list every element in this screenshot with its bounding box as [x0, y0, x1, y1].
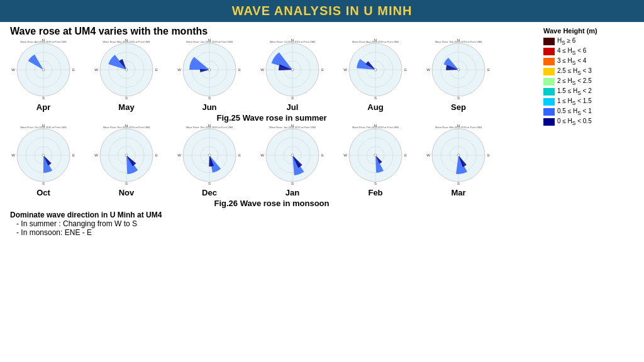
- svg-text:E: E: [321, 68, 324, 72]
- chart-label-may: May: [118, 102, 134, 112]
- chart-feb: NSEWWave Rose: Feb-2014-2016 at Point UM…: [335, 124, 416, 197]
- chart-sep: NSEWWave Rose: Sep-2014-2016 at Point UM…: [418, 38, 499, 112]
- svg-text:W: W: [343, 153, 347, 157]
- svg-text:W: W: [260, 153, 264, 157]
- header: WAVE ANALYSIS IN U MINH: [0, 0, 644, 22]
- chart-label-aug: Aug: [367, 102, 383, 112]
- svg-point-71: [457, 69, 460, 71]
- svg-text:Wave Rose: Feb-2014-2016 at Po: Wave Rose: Feb-2014-2016 at Point UM4: [352, 126, 399, 129]
- fig26-caption: Fig.26 Wave rose in monsoon: [3, 199, 541, 208]
- legend-color-4: [543, 78, 555, 85]
- svg-text:S: S: [374, 96, 377, 100]
- svg-point-83: [42, 154, 45, 156]
- fig25-caption: Fig.25 Wave rose in summer: [3, 113, 541, 123]
- bottom-line1: - In summer : Changing from W to S: [16, 219, 533, 228]
- svg-text:S: S: [208, 96, 211, 100]
- svg-text:S: S: [457, 182, 460, 185]
- svg-text:S: S: [125, 182, 128, 185]
- legend-label-2: 3 ≤ HS < 4: [557, 57, 586, 66]
- chart-label-jan: Jan: [286, 188, 299, 197]
- legend-item-7: 0.5 ≤ HS < 1: [543, 107, 639, 116]
- svg-text:Wave Rose: Sep-2014-2016 at Po: Wave Rose: Sep-2014-2016 at Point UM4: [435, 40, 482, 43]
- legend-item-4: 2 ≤ HS < 2.5: [543, 77, 639, 86]
- svg-text:S: S: [42, 96, 45, 100]
- svg-text:W: W: [343, 68, 347, 72]
- svg-text:S: S: [291, 182, 294, 185]
- chart-label-nov: Nov: [119, 188, 135, 197]
- svg-text:Wave Rose: Aug-2014-2016 at Po: Wave Rose: Aug-2014-2016 at Point UM4: [352, 40, 399, 43]
- chart-label-jul: Jul: [287, 102, 299, 112]
- svg-text:Wave Rose: Apr-2014-2016 at Po: Wave Rose: Apr-2014-2016 at Point UM4: [20, 40, 67, 43]
- svg-text:W: W: [260, 68, 264, 72]
- svg-text:E: E: [238, 153, 241, 157]
- svg-point-35: [208, 69, 211, 71]
- legend-item-6: 1 ≤ HS < 1.5: [543, 97, 639, 106]
- svg-text:S: S: [125, 96, 128, 100]
- svg-text:W: W: [426, 153, 430, 157]
- legend-item-0: HS ≥ 6: [543, 37, 639, 46]
- svg-text:Wave Rose: Jun-2014-2016 at Po: Wave Rose: Jun-2014-2016 at Point UM4: [186, 40, 233, 43]
- chart-dec: NSEWWave Rose: Dec-2014-2016 at Point UM…: [169, 124, 250, 197]
- svg-text:Wave Rose: Oct-2014-2016 at Po: Wave Rose: Oct-2014-2016 at Point UM4: [20, 126, 67, 129]
- legend-item-3: 2.5 ≤ HS < 3: [543, 67, 639, 76]
- svg-text:S: S: [374, 182, 377, 185]
- chart-label-apr: Apr: [36, 102, 50, 112]
- chart-aug: NSEWWave Rose: Aug-2014-2016 at Point UM…: [335, 38, 416, 112]
- svg-text:Wave Rose: Jul-2014-2016 at Po: Wave Rose: Jul-2014-2016 at Point UM4: [270, 40, 316, 43]
- svg-text:Wave Rose: May-2014-2016 at Po: Wave Rose: May-2014-2016 at Point UM4: [103, 40, 151, 43]
- svg-text:S: S: [208, 182, 211, 185]
- svg-point-95: [125, 154, 128, 156]
- legend-label-8: 0 ≤ HS < 0.5: [557, 118, 592, 126]
- chart-label-oct: Oct: [36, 188, 50, 197]
- legend-label-7: 0.5 ≤ HS < 1: [557, 107, 592, 116]
- svg-text:S: S: [42, 182, 45, 185]
- legend-color-6: [543, 98, 555, 106]
- legend-color-3: [543, 68, 555, 75]
- svg-point-11: [42, 69, 45, 71]
- svg-text:Wave Rose: Nov-2014-2016 at Po: Wave Rose: Nov-2014-2016 at Point UM4: [103, 126, 150, 129]
- svg-text:W: W: [94, 68, 98, 72]
- legend-label-5: 1.5 ≤ HS < 2: [557, 87, 592, 96]
- subtitle: Wave rose at UM4 varies with the months: [10, 26, 541, 37]
- bottom-title: Dominate wave direction in U Minh at UM4: [10, 211, 533, 219]
- svg-text:E: E: [321, 153, 324, 157]
- legend-label-0: HS ≥ 6: [557, 37, 575, 46]
- svg-text:W: W: [11, 68, 15, 72]
- svg-text:Wave Rose: Mar-2014-2016 at Po: Wave Rose: Mar-2014-2016 at Point UM4: [435, 126, 482, 129]
- legend-color-8: [543, 118, 555, 126]
- svg-text:E: E: [72, 68, 75, 72]
- svg-point-119: [291, 154, 294, 156]
- svg-text:W: W: [94, 153, 98, 157]
- svg-text:S: S: [457, 96, 460, 100]
- svg-text:W: W: [177, 68, 181, 72]
- legend-item-5: 1.5 ≤ HS < 2: [543, 87, 639, 96]
- legend-color-1: [543, 48, 555, 55]
- svg-text:E: E: [404, 153, 407, 157]
- header-title: WAVE ANALYSIS IN U MINH: [232, 4, 413, 18]
- chart-oct: NSEWWave Rose: Oct-2014-2016 at Point UM…: [3, 124, 84, 197]
- legend-label-3: 2.5 ≤ HS < 3: [557, 67, 592, 76]
- legend-color-7: [543, 108, 555, 116]
- svg-text:E: E: [487, 153, 490, 157]
- svg-point-47: [291, 69, 294, 71]
- svg-point-143: [457, 154, 460, 156]
- legend-label-4: 2 ≤ HS < 2.5: [557, 77, 592, 86]
- chart-label-mar: Mar: [451, 188, 465, 197]
- bottom-line2: - In monsoon: ENE - E: [16, 228, 533, 237]
- legend-item-2: 3 ≤ HS < 4: [543, 57, 639, 66]
- svg-text:E: E: [72, 153, 75, 157]
- legend-item-1: 4 ≤ HS < 6: [543, 47, 639, 56]
- legend-item-8: 0 ≤ HS < 0.5: [543, 118, 639, 126]
- svg-text:E: E: [155, 68, 158, 72]
- chart-label-feb: Feb: [368, 188, 382, 197]
- chart-jun: NSEWWave Rose: Jun-2014-2016 at Point UM…: [169, 38, 250, 112]
- svg-point-23: [125, 69, 128, 71]
- svg-text:S: S: [291, 96, 294, 100]
- svg-text:W: W: [177, 153, 181, 157]
- svg-text:W: W: [426, 68, 430, 72]
- chart-jan: NSEWWave Rose: Jan-2014-2016 at Point UM…: [252, 124, 333, 197]
- legend-color-0: [543, 38, 555, 45]
- legend-color-2: [543, 58, 555, 65]
- chart-nov: NSEWWave Rose: Nov-2014-2016 at Point UM…: [86, 124, 167, 197]
- svg-text:Wave Rose: Dec-2014-2016 at Po: Wave Rose: Dec-2014-2016 at Point UM4: [186, 126, 233, 129]
